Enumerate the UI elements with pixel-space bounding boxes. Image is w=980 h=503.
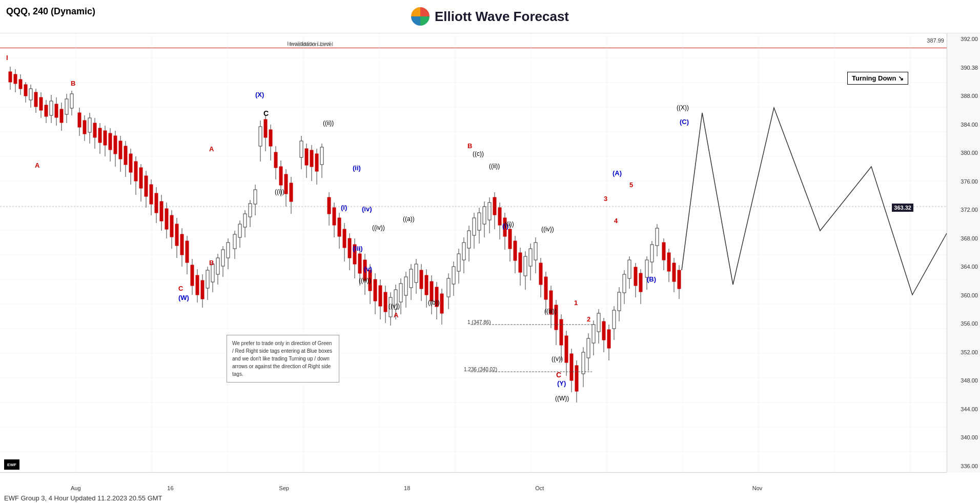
- svg-rect-242: [560, 319, 563, 345]
- time-aug: Aug: [71, 485, 81, 491]
- svg-rect-152: [328, 197, 331, 214]
- wave-label-B-low: B: [209, 259, 214, 267]
- price-340: 340.00: [949, 434, 978, 441]
- svg-rect-268: [628, 260, 631, 278]
- svg-rect-186: [415, 264, 418, 283]
- wave-label-iv-black2: ((iv)): [541, 226, 554, 233]
- time-oct: Oct: [535, 485, 544, 491]
- wave-label-X-black: ((X)): [677, 104, 689, 111]
- chart-svg: [0, 33, 947, 472]
- svg-rect-202: [457, 254, 460, 271]
- svg-rect-222: [508, 229, 512, 249]
- svg-rect-126: [254, 190, 257, 204]
- svg-rect-48: [50, 101, 53, 115]
- svg-rect-74: [119, 141, 122, 159]
- wave-label-5: 5: [629, 181, 633, 189]
- svg-rect-52: [60, 109, 63, 123]
- svg-rect-110: [211, 264, 214, 282]
- wave-label-b-black: ((b)): [428, 299, 440, 306]
- svg-rect-88: [155, 193, 158, 213]
- svg-rect-124: [249, 204, 252, 217]
- svg-rect-104: [196, 275, 199, 295]
- header: QQQ, 240 (Dynamic) Elliott Wave Forecast: [0, 0, 980, 33]
- svg-rect-252: [587, 338, 590, 358]
- svg-rect-190: [425, 275, 428, 295]
- price-372: 372.00: [949, 207, 978, 213]
- wave-label-C: C: [178, 285, 183, 292]
- svg-rect-68: [104, 131, 107, 145]
- wave-label-A-nov: (A): [612, 169, 622, 177]
- chart-area: Invalidation Level: [0, 33, 947, 472]
- price-390: 390.38: [949, 65, 978, 71]
- svg-rect-50: [55, 104, 58, 117]
- wave-label-A-sep: A: [209, 145, 214, 153]
- svg-rect-236: [544, 277, 547, 299]
- svg-rect-64: [93, 123, 96, 137]
- svg-rect-100: [186, 241, 189, 263]
- svg-rect-158: [343, 229, 346, 248]
- svg-rect-284: [672, 263, 676, 281]
- chart-title: QQQ, 240 (Dynamic): [6, 6, 95, 17]
- svg-rect-254: [592, 325, 595, 343]
- wave-label-v-black: ((v)): [389, 303, 400, 310]
- wave-label-4: 4: [614, 217, 618, 225]
- wave-label-iv-black: ((iv)): [372, 224, 385, 231]
- svg-rect-266: [623, 274, 626, 293]
- svg-rect-90: [160, 202, 163, 221]
- svg-rect-106: [201, 280, 204, 299]
- svg-rect-144: [305, 149, 308, 165]
- logo-icon: [411, 7, 430, 26]
- svg-rect-228: [524, 256, 527, 276]
- time-nov: Nov: [752, 485, 763, 491]
- wave-label-C-Y: C: [556, 371, 561, 379]
- wave-label-W-black: ((W)): [555, 395, 569, 402]
- svg-rect-46: [45, 105, 48, 116]
- svg-rect-128: [259, 127, 262, 146]
- wave-label-W-blue: (W): [178, 294, 189, 301]
- svg-rect-66: [98, 128, 101, 143]
- svg-rect-98: [180, 234, 183, 255]
- svg-rect-216: [493, 197, 496, 215]
- svg-rect-142: [300, 141, 303, 157]
- svg-rect-232: [534, 243, 537, 260]
- svg-rect-164: [358, 254, 361, 273]
- svg-rect-38: [24, 85, 27, 96]
- svg-rect-70: [109, 133, 112, 150]
- wave-label-ii-black: ((ii)): [323, 119, 334, 127]
- svg-rect-218: [498, 208, 501, 225]
- wave-label-B-nov: (B): [647, 275, 656, 283]
- svg-rect-34: [14, 74, 17, 84]
- svg-rect-130: [264, 119, 267, 137]
- price-364: 364.00: [949, 264, 978, 270]
- svg-rect-32: [9, 72, 12, 82]
- svg-rect-96: [175, 224, 178, 246]
- wave-label-Y-blue: (Y): [557, 379, 566, 387]
- wave-label-2: 2: [587, 315, 590, 323]
- price-388: 388.00: [949, 93, 978, 99]
- svg-rect-54: [65, 99, 68, 114]
- wave-label-v-blue: (v): [364, 265, 372, 273]
- wave-label-i-black: ((i)): [275, 188, 284, 195]
- price-376: 376.00: [949, 178, 978, 185]
- svg-rect-262: [612, 310, 616, 329]
- svg-rect-146: [310, 150, 313, 167]
- svg-rect-116: [227, 243, 230, 258]
- svg-rect-136: [279, 167, 282, 185]
- wave-label-iv-blue: (iv): [362, 205, 372, 213]
- svg-rect-134: [274, 152, 277, 168]
- wave-label-B-early: B: [71, 79, 75, 87]
- level-1-label: 1 (347.86): [467, 319, 491, 325]
- svg-rect-248: [575, 366, 578, 391]
- wave-label-v-black2: ((v)): [552, 355, 563, 363]
- svg-rect-210: [478, 213, 481, 230]
- svg-rect-78: [129, 154, 132, 172]
- price-352: 352.00: [949, 349, 978, 356]
- level-1236-label: 1.236 (340.02): [464, 367, 497, 372]
- current-price-badge: 363.32: [892, 204, 913, 212]
- svg-rect-170: [374, 279, 377, 301]
- wave-label-i-black2: ((i)): [504, 220, 514, 228]
- wave-label-C-black: C: [263, 109, 269, 117]
- svg-rect-264: [618, 292, 621, 311]
- svg-rect-196: [440, 294, 443, 313]
- wave-label-a-black: ((a)): [403, 215, 415, 223]
